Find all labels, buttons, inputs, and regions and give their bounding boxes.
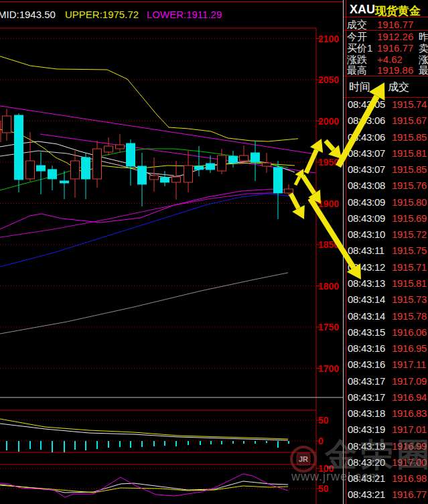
tick-price: 1915.85 [392, 131, 427, 143]
tick-row[interactable]: 08:43:131915.81 [344, 277, 428, 294]
tick-row[interactable]: 08:43:161916.95 [344, 342, 428, 359]
tick-row[interactable]: 08:43:051915.74 [344, 99, 428, 115]
tick-time: 08:43:06 [348, 115, 385, 126]
axis-label: 50 [318, 415, 329, 426]
tick-price: 1915.80 [392, 196, 427, 208]
quote-row-3[interactable]: 买价11916.77卖 [344, 42, 428, 54]
tick-price: 1916.98 [392, 472, 427, 484]
quote-row-1[interactable]: 成交1916.77 [344, 19, 428, 30]
tick-time: 08:43:11 [348, 245, 384, 256]
tick-price: 1915.81 [392, 147, 427, 159]
candle-body-down [37, 166, 46, 171]
axis-label: 1700 [318, 363, 339, 374]
tick-row[interactable]: 08:43:201917.00 [344, 456, 428, 472]
panel-divider [344, 76, 428, 76]
tick-row[interactable]: 08:43:191917.01 [344, 424, 428, 440]
axis-label: 1800 [318, 281, 339, 292]
kdj-line-K [0, 481, 288, 493]
candle-body-down [138, 166, 147, 184]
tick-price: 1917.00 [392, 456, 427, 468]
candle-body-up [71, 161, 80, 179]
tick-row[interactable]: 08:43:191916.99 [344, 440, 428, 456]
tick-row[interactable]: 08:43:101915.72 [344, 229, 428, 245]
tick-time: 08:43:14 [348, 294, 385, 305]
tick-price: 1916.95 [392, 342, 427, 354]
trendline-gray [0, 273, 288, 334]
tick-time: 08:43:21 [348, 489, 385, 500]
candle-body-down [15, 115, 23, 180]
tick-row[interactable]: 08:43:071915.81 [344, 147, 428, 164]
tick-row[interactable]: 08:43:161917.11 [344, 359, 428, 375]
candle-body-up [150, 176, 159, 180]
tick-time: 08:43:09 [348, 196, 385, 208]
candle-body-up [26, 161, 35, 179]
tick-row[interactable]: 08:43:151916.06 [344, 326, 428, 342]
tick-time: 08:43:17 [348, 375, 385, 387]
tick-price: 1917.01 [392, 424, 427, 435]
tick-time: 08:43:07 [348, 164, 385, 175]
axis-label: 1900 [318, 198, 339, 209]
candle-body-up [184, 166, 193, 182]
tick-time: 08:43:08 [348, 180, 385, 191]
tick-row[interactable]: 08:43:211916.98 [344, 472, 428, 489]
tick-price: 1915.76 [392, 180, 427, 191]
tick-price: 1915.75 [392, 245, 427, 256]
candle-body-down [206, 164, 215, 170]
tick-price: 1916.83 [392, 407, 427, 419]
tick-row[interactable]: 08:43:111915.75 [344, 245, 428, 261]
candle-body-down [48, 170, 57, 179]
tick-row[interactable]: 08:43:061915.67 [344, 115, 428, 131]
quote-row-5[interactable]: 最高1919.86最 [344, 64, 428, 76]
axis-label: 2000 [318, 116, 339, 127]
panel-divider [344, 17, 428, 17]
axis-label: 0 [318, 436, 324, 446]
tick-price: 1916.99 [392, 440, 427, 452]
tick-price: 1916.06 [392, 326, 427, 338]
tick-price: 1917.09 [392, 375, 427, 387]
candle-body-up [240, 155, 248, 161]
tick-row[interactable]: 08:43:141915.78 [344, 310, 428, 326]
tick-time: 08:43:09 [348, 212, 385, 224]
axis-label: 2050 [318, 74, 339, 85]
tick-row[interactable]: 08:43:171916.94 [344, 391, 428, 407]
candle-body-up [172, 177, 181, 182]
candle-body-down [274, 168, 283, 193]
quote-value: 1912.26 [377, 31, 413, 42]
tick-time: 08:43:19 [348, 424, 385, 435]
ma-blue [0, 194, 293, 267]
candle-body-up [93, 149, 102, 179]
tick-time: 08:43:14 [348, 310, 385, 322]
candle-body-down [251, 153, 260, 162]
tick-row[interactable]: 08:43:061915.85 [344, 131, 428, 147]
trading-app-window: MID:1943.50 UPPER:1975.72 LOWER:1911.29 … [0, 0, 428, 504]
tick-row[interactable]: 08:43:181916.83 [344, 407, 428, 424]
trendline-upper-1 [0, 106, 315, 154]
tick-col-price-header: 成交 [388, 80, 409, 94]
quote-row-2[interactable]: 今开1912.26昨 [344, 31, 428, 42]
axis-label: 1850 [318, 239, 339, 250]
tick-time: 08:43:06 [348, 131, 385, 143]
tick-row[interactable]: 08:43:141915.73 [344, 294, 428, 310]
quote-row-4[interactable]: 涨跌+4.62涨 [344, 54, 428, 65]
tick-price: 1915.73 [392, 294, 427, 305]
candle-body-down [60, 181, 69, 183]
tick-row[interactable]: 08:43:091915.69 [344, 212, 428, 229]
tick-time: 08:43:12 [348, 261, 385, 273]
candle-body-up [104, 146, 113, 152]
candle-body-down [195, 166, 204, 170]
quote-value: 1916.77 [377, 19, 413, 30]
candle-body-down [161, 178, 169, 182]
tick-row[interactable]: 08:43:091915.80 [344, 196, 428, 212]
trendline-lower [0, 192, 288, 237]
tick-price: 1915.71 [392, 261, 427, 273]
candle-body-down [229, 156, 238, 163]
kdj-line-J [0, 474, 288, 497]
candle-body-down [82, 158, 90, 179]
tick-row[interactable]: 08:43:211916.77 [344, 489, 428, 504]
tick-row[interactable]: 08:43:171917.09 [344, 375, 428, 391]
tick-row[interactable]: 08:43:071915.85 [344, 164, 428, 180]
tick-row[interactable]: 08:43:121915.71 [344, 261, 428, 277]
tick-time: 08:43:13 [348, 277, 385, 289]
tick-time: 08:43:10 [348, 229, 385, 240]
tick-row[interactable]: 08:43:081915.76 [344, 180, 428, 196]
